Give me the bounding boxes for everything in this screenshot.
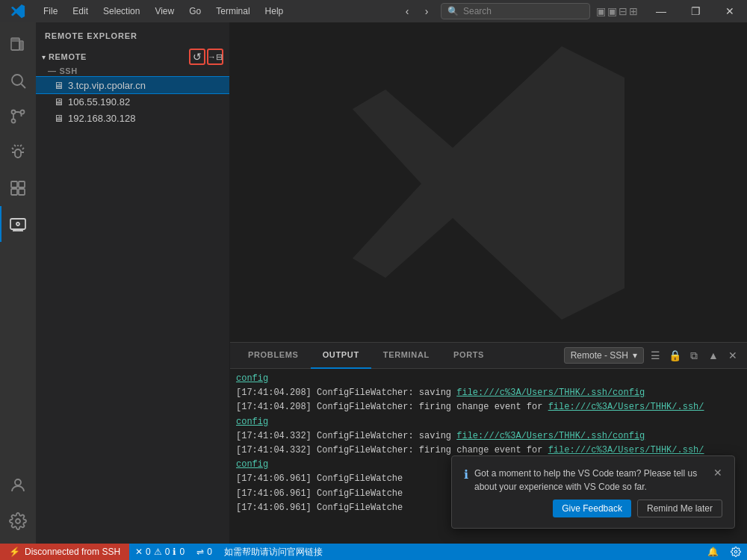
status-remote-label: Disconnected from SSH [25, 547, 120, 557]
remind-later-button[interactable]: Remind Me later [637, 500, 722, 517]
activity-bar [0, 22, 36, 544]
panel-copy-button[interactable]: ⧉ [686, 347, 702, 364]
menu-bar: File Edit Selection View Go Terminal Hel… [36, 0, 393, 22]
ports-count: 0 [207, 547, 212, 557]
remote-item-label: 3.tcp.vip.cpolar.cn [68, 80, 146, 91]
panel-lock-button[interactable]: 🔒 [666, 347, 683, 364]
status-bar: ⚡ Disconnected from SSH ✕ 0 ⚠ 0 ℹ 0 ⇌ 0 … [0, 544, 747, 560]
menu-edit[interactable]: Edit [65, 0, 96, 22]
menu-go[interactable]: Go [182, 0, 208, 22]
menu-selection[interactable]: Selection [96, 0, 147, 22]
panel-tabs: PROBLEMS OUTPUT TERMINAL PORTS Remote - … [230, 343, 747, 369]
svg-rect-8 [19, 181, 25, 187]
activity-explorer[interactable] [0, 27, 36, 63]
output-line-0: config [236, 372, 741, 386]
tab-ports[interactable]: PORTS [441, 343, 496, 369]
close-button[interactable]: ✕ [713, 0, 747, 22]
svg-point-18 [734, 550, 737, 553]
remote-item-cpolar[interactable]: 🖥 3.tcp.vip.cpolar.cn [36, 77, 229, 93]
svg-rect-11 [10, 219, 25, 229]
status-errors[interactable]: ✕ 0 ⚠ 0 ℹ 0 [129, 544, 190, 560]
remote-item-106[interactable]: 🖥 106.55.190.82 [36, 93, 229, 110]
svg-point-2 [12, 75, 22, 85]
tab-problems[interactable]: PROBLEMS [236, 343, 311, 369]
svg-line-3 [22, 84, 26, 89]
activity-settings[interactable] [0, 503, 36, 539]
output-line-1: [17:41:04.208] ConfigFileWatcher: saving… [236, 386, 741, 400]
menu-help[interactable]: Help [258, 0, 291, 22]
section-actions: ↺ →⊟ [189, 49, 223, 65]
layout-icon-3[interactable]: ⊟ [619, 5, 627, 17]
svg-point-16 [15, 479, 21, 485]
info-icon-status: ℹ [173, 547, 176, 557]
status-settings-button[interactable] [725, 544, 747, 560]
refresh-button[interactable]: ↺ [189, 49, 205, 65]
remote-section-label: REMOTE [49, 52, 87, 61]
panel-actions: Remote - SSH ▾ ☰ 🔒 ⧉ ▲ ✕ [564, 347, 741, 364]
ssh-subsection-label: — SSH [36, 65, 229, 77]
svg-point-4 [12, 111, 16, 114]
search-icon: 🔍 [447, 6, 459, 16]
activity-accounts[interactable] [0, 467, 36, 503]
search-placeholder: Search [463, 6, 492, 16]
remote-item-label-2: 106.55.190.82 [68, 96, 130, 108]
svg-rect-7 [11, 181, 17, 187]
notification: ℹ Got a moment to help the VS Code team?… [451, 455, 735, 529]
panel-maximize-button[interactable]: ▲ [705, 347, 722, 364]
status-remote[interactable]: ⚡ Disconnected from SSH [0, 544, 129, 560]
panel-menu-button[interactable]: ☰ [647, 347, 663, 364]
nav-back-button[interactable]: ‹ [399, 3, 415, 19]
open-config-button[interactable]: →⊟ [207, 49, 223, 65]
output-line-3: [17:41:04.332] ConfigFileWatcher: saving… [236, 429, 741, 444]
notification-close-button[interactable]: ✕ [713, 467, 722, 479]
search-bar[interactable]: 🔍 Search [441, 3, 590, 19]
tab-output[interactable]: OUTPUT [311, 343, 371, 369]
output-channel-dropdown[interactable]: Remote - SSH ▾ [564, 347, 644, 364]
panel-close-button[interactable]: ✕ [725, 347, 741, 364]
layout-icon-2[interactable]: ▣ [607, 5, 617, 17]
ports-icon: ⇌ [196, 547, 204, 557]
minimize-button[interactable]: — [644, 0, 678, 22]
remote-section: ▾ REMOTE ↺ →⊟ — SSH 🖥 3.tcp.vip.cpolar.c… [36, 49, 229, 544]
nav-forward-button[interactable]: › [418, 3, 435, 19]
menu-view[interactable]: View [147, 0, 182, 22]
status-bell-button[interactable]: 🔔 [701, 544, 725, 560]
layout-icon-4[interactable]: ⊞ [629, 5, 638, 17]
dropdown-chevron-icon: ▾ [633, 350, 637, 361]
notification-text: Got a moment to help the VS Code team? P… [474, 467, 707, 494]
tab-terminal[interactable]: TERMINAL [371, 343, 441, 369]
info-count: 0 [179, 547, 185, 557]
menu-file[interactable]: File [36, 0, 65, 22]
activity-source-control[interactable] [0, 99, 36, 134]
give-feedback-button[interactable]: Give Feedback [553, 500, 631, 517]
warning-icon: ⚠ [154, 547, 162, 557]
activity-search[interactable] [0, 63, 36, 99]
vscode-logo-background [230, 22, 747, 342]
vscode-logo [0, 4, 36, 19]
warning-count: 0 [165, 547, 170, 557]
notification-header: ℹ Got a moment to help the VS Code team?… [464, 467, 722, 494]
activity-remote-explorer[interactable] [0, 206, 36, 242]
monitor-icon: 🖥 [54, 80, 63, 91]
svg-rect-9 [11, 189, 17, 195]
activity-debug[interactable] [0, 134, 36, 170]
remote-item-192[interactable]: 🖥 192.168.30.128 [36, 110, 229, 126]
svg-point-17 [16, 519, 20, 523]
sidebar-title: REMOTE EXPLORER [36, 22, 229, 49]
menu-terminal[interactable]: Terminal [208, 0, 257, 22]
remote-section-header[interactable]: ▾ REMOTE ↺ →⊟ [36, 49, 229, 65]
monitor-icon-2: 🖥 [54, 96, 63, 108]
status-info-text[interactable]: 如需帮助请访问官网链接 [218, 544, 329, 560]
activity-extensions[interactable] [0, 170, 36, 206]
nav-buttons: ‹ › [393, 3, 441, 19]
maximize-button[interactable]: ❐ [678, 0, 713, 22]
remote-icon: ⚡ [9, 547, 20, 557]
svg-point-15 [16, 223, 19, 225]
layout-icon-1[interactable]: ▣ [596, 5, 606, 17]
output-line-2: [17:41:04.208] ConfigFileWatcher: firing… [236, 400, 741, 429]
activity-bar-bottom [0, 467, 36, 544]
status-ports[interactable]: ⇌ 0 [190, 544, 218, 560]
svg-rect-10 [19, 189, 25, 195]
notification-actions: Give Feedback Remind Me later [464, 500, 722, 517]
title-bar: File Edit Selection View Go Terminal Hel… [0, 0, 747, 22]
